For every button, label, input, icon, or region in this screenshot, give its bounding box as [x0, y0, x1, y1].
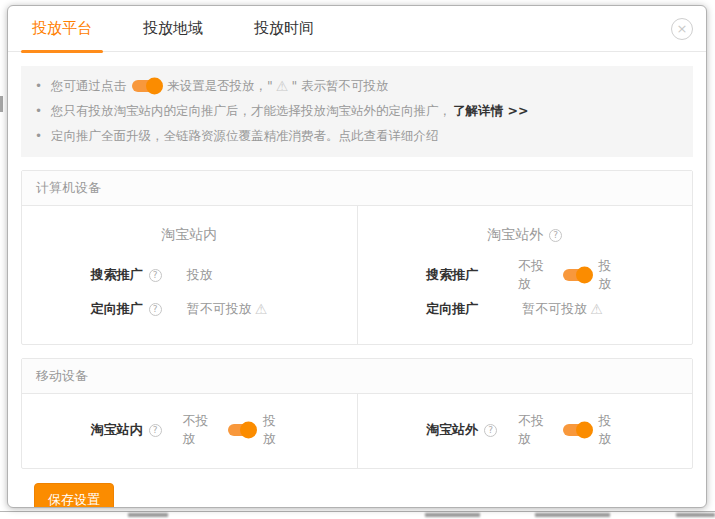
mobile-taobao-offsite-column: 淘宝站外 ? 不投放 投放: [358, 394, 693, 468]
status-text: 暂不可投放: [187, 300, 252, 318]
toggle-on-label: 投放: [263, 412, 288, 448]
mobile-devices-section: 移动设备 淘宝站内 ? 不投放 投放: [21, 358, 693, 469]
computer-section-title: 计算机设备: [22, 171, 692, 206]
notice-line-targeting-rule: • 您只有投放淘宝站内的定向推广后，才能选择投放淘宝站外的定向推广， 了解详情 …: [35, 102, 675, 120]
mobile-onsite-toggle[interactable]: [228, 424, 256, 436]
notice-text: 您可通过点击: [51, 77, 126, 95]
mobile-section-title: 移动设备: [22, 359, 692, 394]
bullet-icon: •: [35, 102, 42, 120]
background-artifact: [676, 513, 715, 517]
tab-placement-time[interactable]: 投放时间: [243, 6, 325, 51]
column-title-taobao-offsite: 淘宝站外 ?: [358, 226, 693, 244]
background-artifact: [0, 96, 3, 112]
mobile-offsite-toggle[interactable]: [563, 424, 591, 436]
background-artifact: [425, 513, 480, 517]
row-label: 定向推广: [426, 300, 478, 318]
toggle-on-label: 投放: [599, 257, 624, 293]
status-text: 暂不可投放: [522, 300, 587, 318]
toggle-off-label: 不投放: [518, 412, 555, 448]
bullet-icon: •: [35, 127, 42, 145]
background-artifact: [535, 513, 610, 517]
tab-placement-region[interactable]: 投放地域: [132, 6, 214, 51]
bullet-icon: •: [35, 77, 42, 95]
warning-icon: ⚠: [255, 302, 268, 316]
search-offsite-toggle[interactable]: [563, 269, 591, 281]
row-label: 淘宝站外: [426, 421, 478, 439]
warning-icon: ⚠: [590, 302, 603, 316]
help-icon[interactable]: ?: [549, 229, 562, 242]
details-intro-link[interactable]: 点此查看详细介绍: [339, 127, 439, 145]
notice-text: 您只有投放淘宝站内的定向推广后，才能选择投放淘宝站外的定向推广，: [51, 102, 451, 120]
help-icon[interactable]: ?: [149, 269, 162, 282]
computer-taobao-onsite-column: 淘宝站内 搜索推广 ? 投放: [22, 206, 358, 344]
help-icon[interactable]: ?: [149, 303, 162, 316]
close-button[interactable]: ×: [671, 18, 693, 40]
row-label: 搜索推广: [426, 266, 478, 284]
learn-more-link[interactable]: 了解详情 >>: [453, 102, 528, 120]
save-settings-button[interactable]: 保存设置: [34, 483, 114, 508]
column-title-text: 淘宝站内: [161, 226, 217, 244]
row-search-promotion: 搜索推广 ? 投放: [91, 264, 288, 286]
row-label: 搜索推广: [91, 266, 143, 284]
close-icon: ×: [677, 21, 688, 36]
tab-placement-platform[interactable]: 投放平台: [21, 6, 103, 51]
tab-bar: 投放平台 投放地域 投放时间 ×: [8, 6, 706, 52]
column-title-taobao-onsite: 淘宝站内: [22, 226, 357, 244]
computer-taobao-offsite-column: 淘宝站外 ? 搜索推广 不投放 投放: [358, 206, 693, 344]
column-title-text: 淘宝站外: [487, 226, 543, 244]
row-targeted-promotion: 定向推广 ? 暂不可投放 ⚠: [91, 298, 288, 320]
toggle-knob: [240, 422, 257, 439]
computer-devices-section: 计算机设备 淘宝站内 搜索推广 ? 投放: [21, 170, 693, 345]
dialog-content: • 您可通过点击 来设置是否投放，" ⚠ " 表示暂不可投放 • 您只有投放淘宝…: [8, 52, 706, 508]
warning-icon: ⚠: [276, 79, 289, 93]
help-icon[interactable]: ?: [484, 424, 497, 437]
toggle-off-label: 不投放: [183, 412, 220, 448]
notice-line-upgrade-info: • 定向推广全面升级，全链路资源位覆盖精准消费者。 点此查看详细介绍: [35, 127, 675, 145]
row-label: 淘宝站内: [91, 421, 143, 439]
placement-settings-dialog: 投放平台 投放地域 投放时间 × • 您可通过点击 来设置是否投放，" ⚠ " …: [7, 5, 707, 508]
toggle-knob: [576, 422, 593, 439]
status-text: 投放: [187, 266, 213, 284]
mobile-taobao-onsite-column: 淘宝站内 ? 不投放 投放: [22, 394, 358, 468]
row-label: 定向推广: [91, 300, 143, 318]
notice-text: " 表示暂不可投放: [291, 77, 388, 95]
toggle-knob: [576, 267, 593, 284]
toggle-on-label: 投放: [599, 412, 624, 448]
notice-text: 定向推广全面升级，全链路资源位覆盖精准消费者。: [51, 127, 339, 145]
toggle-off-label: 不投放: [518, 257, 555, 293]
background-artifact: [128, 513, 168, 517]
row-search-promotion: 搜索推广 不投放 投放: [426, 264, 623, 286]
notice-line-toggle-hint: • 您可通过点击 来设置是否投放，" ⚠ " 表示暂不可投放: [35, 77, 675, 95]
row-taobao-offsite: 淘宝站外 ? 不投放 投放: [426, 419, 623, 441]
help-icon[interactable]: ?: [149, 424, 162, 437]
row-targeted-promotion: 定向推广 暂不可投放 ⚠: [426, 298, 623, 320]
notice-box: • 您可通过点击 来设置是否投放，" ⚠ " 表示暂不可投放 • 您只有投放淘宝…: [21, 66, 693, 157]
row-taobao-onsite: 淘宝站内 ? 不投放 投放: [91, 419, 288, 441]
toggle-example-icon: [132, 80, 161, 92]
notice-text: 来设置是否投放，": [167, 77, 273, 95]
background-page-edge: [0, 511, 715, 512]
